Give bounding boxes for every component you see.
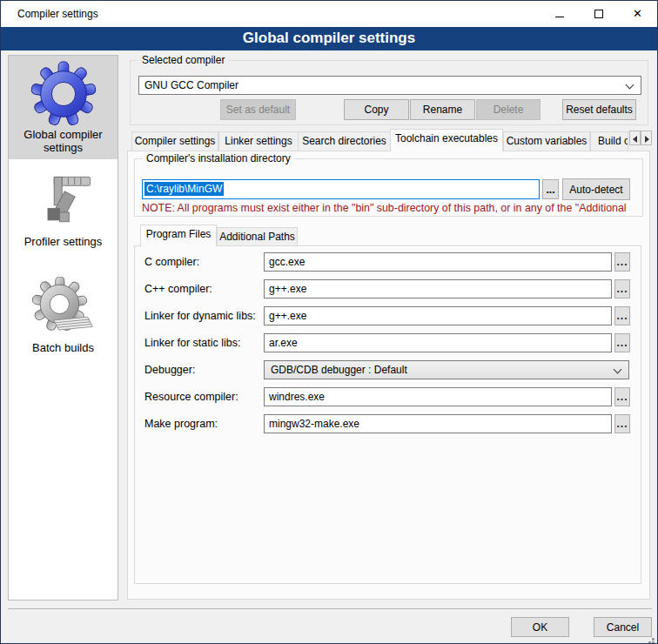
copy-button[interactable]: Copy — [344, 99, 409, 120]
tab-scroll-left-button[interactable] — [629, 131, 641, 145]
selected-compiler-group-label: Selected compiler — [138, 54, 228, 66]
sidebar-item-label: Global compiler settings — [9, 128, 118, 154]
title-bar[interactable]: Compiler settings ✕ — [1, 1, 657, 27]
tab-compiler-settings[interactable]: Compiler settings — [131, 131, 218, 151]
delete-button[interactable]: Delete — [476, 99, 540, 120]
linker-static-browse-button[interactable]: ... — [614, 333, 630, 352]
compiler-settings-dialog: { "window": { "title": "Compiler setting… — [0, 0, 658, 644]
linker-dynamic-label: Linker for dynamic libs: — [144, 310, 256, 322]
ok-button[interactable]: OK — [511, 617, 569, 637]
resize-grip[interactable] — [652, 638, 655, 641]
window-title: Compiler settings — [17, 1, 98, 27]
debugger-select[interactable]: GDB/CDB debugger : Default — [264, 360, 629, 379]
subtab-program-files[interactable]: Program Files — [140, 225, 217, 246]
rename-button[interactable]: Rename — [410, 99, 475, 120]
tab-custom-variables[interactable]: Custom variables — [503, 131, 590, 151]
auto-detect-button[interactable]: Auto-detect — [562, 178, 630, 200]
reset-defaults-button[interactable]: Reset defaults — [562, 99, 636, 120]
sidebar-item-label: Profiler settings — [21, 235, 106, 248]
tab-linker-settings[interactable]: Linker settings — [218, 131, 299, 151]
blue-gear-icon — [30, 60, 97, 128]
resource-compiler-label: Resource compiler: — [144, 391, 238, 403]
sidebar-item-profiler-settings[interactable]: Profiler settings — [9, 159, 118, 255]
tab-scroll-right-icon — [645, 136, 649, 143]
linker-static-label: Linker for static libs: — [144, 337, 240, 349]
cancel-button[interactable]: Cancel — [594, 617, 652, 637]
tab-build-options[interactable]: Build options — [590, 131, 628, 151]
bin-subdirectory-note: NOTE: All programs must exist either in … — [142, 202, 652, 214]
make-program-label: Make program: — [144, 418, 218, 430]
installation-directory-group-label: Compiler's installation directory — [143, 152, 294, 164]
sidebar-item-global-compiler-settings[interactable]: Global compiler settings — [9, 56, 118, 159]
compiler-select-value: GNU GCC Compiler — [144, 79, 238, 91]
tab-toolchain-executables[interactable]: Toolchain executables — [390, 129, 503, 151]
cpp-compiler-browse-button[interactable]: ... — [614, 279, 630, 299]
maximize-button[interactable] — [579, 1, 618, 27]
page-title: Global compiler settings — [1, 27, 657, 50]
resource-compiler-input[interactable] — [264, 387, 612, 406]
close-button[interactable]: ✕ — [618, 1, 657, 27]
c-compiler-input[interactable] — [264, 252, 612, 272]
chevron-down-icon — [614, 366, 622, 374]
cpp-compiler-input[interactable] — [264, 279, 612, 299]
subtab-additional-paths[interactable]: Additional Paths — [217, 227, 298, 246]
resource-compiler-browse-button[interactable]: ... — [614, 387, 630, 406]
compiler-select[interactable]: GNU GCC Compiler — [138, 76, 641, 95]
debugger-select-value: GDB/CDB debugger : Default — [271, 364, 407, 376]
maximize-icon — [594, 10, 603, 18]
c-compiler-browse-button[interactable]: ... — [614, 252, 630, 272]
debugger-label: Debugger: — [144, 364, 195, 376]
installation-directory-browse-button[interactable]: ... — [542, 179, 559, 199]
linker-static-input[interactable] — [264, 333, 612, 352]
installation-directory-value: C:\raylib\MinGW — [144, 182, 224, 196]
sidebar-item-batch-builds[interactable]: Batch builds — [9, 255, 118, 369]
set-as-default-button[interactable]: Set as default — [220, 99, 296, 120]
minimize-icon — [555, 17, 564, 17]
close-icon: ✕ — [633, 1, 642, 27]
chevron-down-icon — [626, 81, 634, 90]
footer-divider — [8, 608, 652, 609]
settings-category-list: Global compiler settings Profiler settin… — [8, 55, 118, 600]
make-program-input[interactable] — [264, 414, 612, 433]
sidebar-item-label: Batch builds — [29, 341, 97, 354]
linker-dynamic-input[interactable] — [264, 306, 612, 325]
caliper-icon — [32, 172, 95, 235]
tab-search-directories[interactable]: Search directories — [298, 131, 391, 151]
tab-scroll-right-button[interactable] — [641, 131, 652, 145]
installation-directory-input[interactable]: C:\raylib\MinGW — [142, 179, 540, 199]
cpp-compiler-label: C++ compiler: — [144, 283, 212, 295]
tab-scroll-left-icon — [633, 136, 637, 143]
make-program-browse-button[interactable]: ... — [614, 414, 630, 433]
linker-dynamic-browse-button[interactable]: ... — [614, 306, 630, 325]
c-compiler-label: C compiler: — [144, 256, 199, 268]
minimize-button[interactable] — [540, 1, 579, 27]
gray-gear-stack-icon — [31, 277, 96, 341]
